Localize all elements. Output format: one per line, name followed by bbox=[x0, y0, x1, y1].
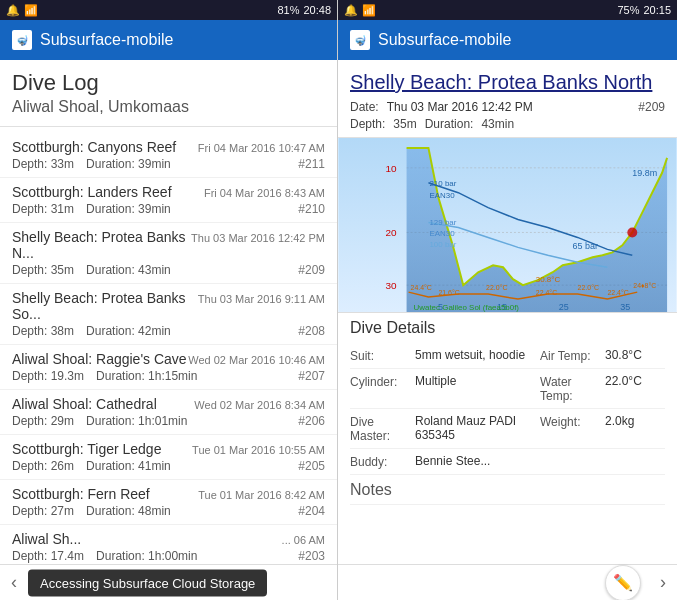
svg-text:EAN30: EAN30 bbox=[429, 191, 455, 200]
page-title: Dive Log bbox=[12, 70, 325, 96]
dive-duration: Duration: 1h:01min bbox=[86, 414, 187, 428]
right-battery-level: 75% bbox=[617, 4, 639, 16]
svg-text:10: 10 bbox=[386, 163, 398, 174]
svg-text:19.8m: 19.8m bbox=[632, 168, 657, 178]
right-time-display: 20:15 bbox=[643, 4, 671, 16]
header-divider bbox=[0, 126, 337, 127]
details-row: Cylinder: Multiple Water Temp: 22.0°C bbox=[350, 369, 665, 409]
svg-text:65 bar: 65 bar bbox=[573, 241, 598, 251]
dive-list-item[interactable]: Scottburgh: Fern Reef Tue 01 Mar 2016 8:… bbox=[0, 480, 337, 525]
svg-text:30.8°C: 30.8°C bbox=[536, 275, 561, 284]
dive-duration: Duration: 39min bbox=[86, 157, 171, 171]
dive-number: #211 bbox=[298, 157, 325, 171]
detail-label: Buddy: bbox=[350, 454, 415, 469]
detail-right-label: Weight: bbox=[540, 414, 605, 429]
dive-depth: Depth: 35m bbox=[12, 263, 74, 277]
detail-value: 5mm wetsuit, hoodie bbox=[415, 348, 540, 362]
signal-icon: 📶 bbox=[24, 4, 38, 17]
svg-text:24.4°C: 24.4°C bbox=[411, 284, 432, 291]
svg-point-7 bbox=[627, 227, 637, 237]
dive-meta-row-2: Depth: 35m Duration: 43min bbox=[350, 117, 665, 131]
dive-detail-title: Shelly Beach: Protea Banks North bbox=[350, 70, 665, 94]
svg-text:22.4°C: 22.4°C bbox=[536, 289, 557, 296]
dive-duration: Duration: 39min bbox=[86, 202, 171, 216]
detail-right-value: 22.0°C bbox=[605, 374, 665, 388]
dive-date: Tue 01 Mar 2016 8:42 AM bbox=[198, 489, 325, 501]
dive-details-section: Dive Details Suit: 5mm wetsuit, hoodie A… bbox=[338, 313, 677, 564]
dive-list-item[interactable]: Scottburgh: Tiger Ledge Tue 01 Mar 2016 … bbox=[0, 435, 337, 480]
detail-label: Dive Master: bbox=[350, 414, 415, 443]
dive-list-item[interactable]: Aliwal Shoal: Cathedral Wed 02 Mar 2016 … bbox=[0, 390, 337, 435]
dive-date: Wed 02 Mar 2016 10:46 AM bbox=[188, 354, 325, 366]
svg-text:22.4°C: 22.4°C bbox=[607, 289, 628, 296]
nav-back-button[interactable]: ‹ bbox=[0, 565, 28, 601]
time-display: 20:48 bbox=[303, 4, 331, 16]
dive-duration: Duration: 41min bbox=[86, 459, 171, 473]
dive-depth: Depth: 33m bbox=[12, 157, 74, 171]
left-panel: 🔔 📶 81% 20:48 🤿 Subsurface-mobile Dive L… bbox=[0, 0, 338, 600]
dive-list-item[interactable]: Scottburgh: Landers Reef Fri 04 Mar 2016… bbox=[0, 178, 337, 223]
left-app-bar: 🤿 Subsurface-mobile bbox=[0, 20, 337, 60]
right-status-icons: 🔔 📶 bbox=[344, 4, 376, 17]
dive-list-item[interactable]: Aliwal Sh... ... 06 AM Depth: 17.4m Dura… bbox=[0, 525, 337, 564]
right-app-bar: 🤿 Subsurface-mobile bbox=[338, 20, 677, 60]
dive-number: #203 bbox=[298, 549, 325, 563]
svg-text:Uwatec Galileo Sol (faea5b0f): Uwatec Galileo Sol (faea5b0f) bbox=[414, 303, 520, 312]
dive-date: Wed 02 Mar 2016 8:34 AM bbox=[194, 399, 325, 411]
status-icons: 🔔 📶 bbox=[6, 4, 38, 17]
dive-depth: Depth: 31m bbox=[12, 202, 74, 216]
detail-right-label bbox=[540, 454, 605, 455]
detail-value: Bennie Stee... bbox=[415, 454, 540, 468]
right-app-logo: 🤿 bbox=[350, 30, 370, 50]
dive-name: Scottburgh: Landers Reef bbox=[12, 184, 172, 200]
dive-number: #206 bbox=[298, 414, 325, 428]
dive-depth: Depth: 29m bbox=[12, 414, 74, 428]
date-label: Date: bbox=[350, 100, 379, 114]
svg-text:100 bar: 100 bar bbox=[429, 240, 456, 249]
dive-list-item[interactable]: Aliwal Shoal: Raggie's Cave Wed 02 Mar 2… bbox=[0, 345, 337, 390]
svg-text:129 bar: 129 bar bbox=[429, 218, 456, 227]
dive-name: Scottburgh: Tiger Ledge bbox=[12, 441, 161, 457]
dive-name: Aliwal Sh... bbox=[12, 531, 81, 547]
right-signal-icon: 📶 bbox=[362, 4, 376, 17]
dive-profile-chart: 10 20 30 19.8m 65 bar 210 bar EAN30 129 … bbox=[338, 138, 677, 313]
dive-depth: Depth: 17.4m bbox=[12, 549, 84, 563]
svg-text:30: 30 bbox=[386, 280, 398, 291]
sync-toast: Accessing Subsurface Cloud Storage bbox=[28, 569, 267, 596]
app-logo: 🤿 bbox=[12, 30, 32, 50]
dive-duration: Duration: 1h:00min bbox=[96, 549, 197, 563]
dive-number: #204 bbox=[298, 504, 325, 518]
dive-duration: Duration: 48min bbox=[86, 504, 171, 518]
battery-level: 81% bbox=[277, 4, 299, 16]
edit-button[interactable]: ✏️ bbox=[605, 565, 641, 601]
details-row: Suit: 5mm wetsuit, hoodie Air Temp: 30.8… bbox=[350, 343, 665, 369]
detail-value: Multiple bbox=[415, 374, 540, 388]
left-status-bar: 🔔 📶 81% 20:48 bbox=[0, 0, 337, 20]
dive-date: Fri 04 Mar 2016 8:43 AM bbox=[204, 187, 325, 199]
dive-list-item[interactable]: Scottburgh: Canyons Reef Fri 04 Mar 2016… bbox=[0, 133, 337, 178]
detail-right-label: Air Temp: bbox=[540, 348, 605, 363]
dive-number: #208 bbox=[298, 324, 325, 338]
dive-date: Thu 03 Mar 2016 9:11 AM bbox=[198, 293, 325, 305]
dive-name: Aliwal Shoal: Cathedral bbox=[12, 396, 157, 412]
dive-name: Scottburgh: Canyons Reef bbox=[12, 139, 176, 155]
page-subtitle: Aliwal Shoal, Umkomaas bbox=[12, 98, 325, 116]
nav-forward-button[interactable]: › bbox=[649, 565, 677, 601]
svg-text:22.0°C: 22.0°C bbox=[486, 284, 507, 291]
dive-details-title: Dive Details bbox=[350, 319, 665, 337]
dive-depth: Depth: 19.3m bbox=[12, 369, 84, 383]
svg-text:24♦8°C: 24♦8°C bbox=[633, 282, 656, 289]
dive-name: Shelly Beach: Protea Banks N... bbox=[12, 229, 191, 261]
dive-number: #209 bbox=[298, 263, 325, 277]
dive-list-item[interactable]: Shelly Beach: Protea Banks So... Thu 03 … bbox=[0, 284, 337, 345]
svg-text:21.6°C: 21.6°C bbox=[438, 289, 459, 296]
dive-list[interactable]: Scottburgh: Canyons Reef Fri 04 Mar 2016… bbox=[0, 133, 337, 564]
dive-number: #207 bbox=[298, 369, 325, 383]
details-table: Suit: 5mm wetsuit, hoodie Air Temp: 30.8… bbox=[350, 343, 665, 475]
dive-list-item[interactable]: Shelly Beach: Protea Banks N... Thu 03 M… bbox=[0, 223, 337, 284]
left-bottom-bar: ‹ Accessing Subsurface Cloud Storage bbox=[0, 564, 337, 600]
dive-name: Scottburgh: Fern Reef bbox=[12, 486, 150, 502]
detail-label: Cylinder: bbox=[350, 374, 415, 389]
dive-depth: Depth: 26m bbox=[12, 459, 74, 473]
dive-name: Shelly Beach: Protea Banks So... bbox=[12, 290, 198, 322]
